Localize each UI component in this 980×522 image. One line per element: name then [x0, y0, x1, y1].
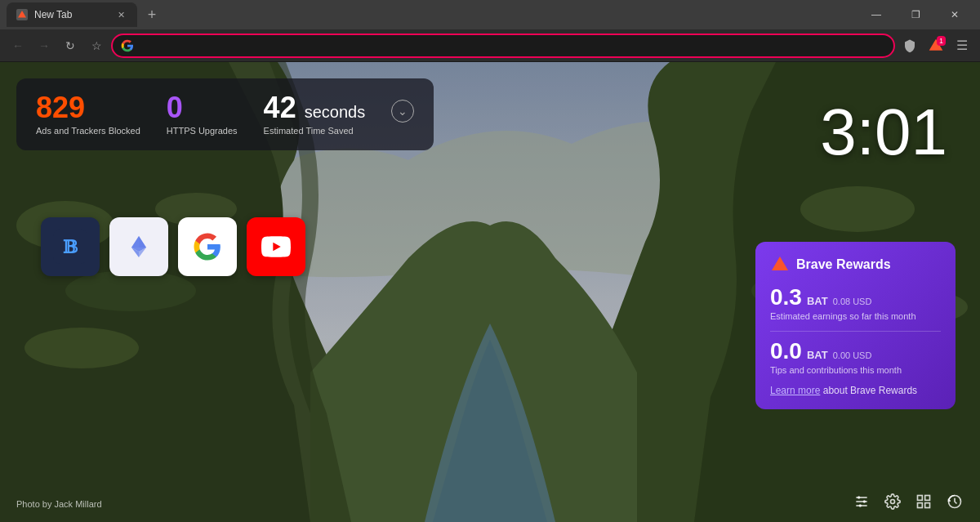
- navigation-toolbar: ← → ↻ ☆: [0, 29, 980, 62]
- back-button[interactable]: ←: [7, 34, 29, 57]
- time-saved-stat: 42 seconds Estimated Time Saved: [264, 93, 366, 136]
- tips-description: Tips and contributions this month: [770, 365, 941, 375]
- svg-text:𝔹: 𝔹: [63, 237, 78, 257]
- forward-button[interactable]: →: [33, 34, 56, 57]
- minimize-button[interactable]: —: [858, 0, 895, 29]
- svg-rect-23: [918, 496, 923, 501]
- tips-section: 0.0 BAT 0.00 USD Tips and contributions …: [770, 340, 941, 375]
- tips-bat-label: BAT: [807, 349, 828, 361]
- ads-blocked-stat: 829 Ads and Trackers Blocked: [36, 93, 140, 136]
- stats-expand-button[interactable]: ⌄: [391, 100, 414, 123]
- address-input[interactable]: [139, 39, 885, 51]
- bookmark-button[interactable]: ☆: [85, 34, 108, 57]
- shortcuts-section: 𝔹: [41, 217, 305, 276]
- settings-button[interactable]: [880, 489, 905, 514]
- https-label: HTTPS Upgrades: [167, 126, 238, 136]
- bookmarks-button[interactable]: [911, 489, 936, 514]
- learn-more-section: Learn more about Brave Rewards: [770, 385, 941, 396]
- tab-label: New Tab: [34, 9, 72, 20]
- stats-panel: 829 Ads and Trackers Blocked 0 HTTPS Upg…: [16, 78, 434, 150]
- bat-logo-icon: [770, 255, 790, 274]
- tab-favicon: [16, 9, 28, 20]
- ads-blocked-label: Ads and Trackers Blocked: [36, 126, 140, 136]
- svg-rect-25: [918, 503, 923, 508]
- earnings-description: Estimated earnings so far this month: [770, 311, 941, 321]
- earnings-usd: 0.08 USD: [833, 297, 872, 306]
- https-upgrades-stat: 0 HTTPS Upgrades: [167, 93, 238, 136]
- photo-credit: Photo by Jack Millard: [16, 499, 102, 509]
- svg-point-19: [858, 496, 860, 498]
- rewards-header: Brave Rewards: [770, 255, 941, 274]
- reload-button[interactable]: ↻: [59, 34, 82, 57]
- svg-rect-26: [925, 503, 930, 508]
- tips-value: 0.0: [770, 340, 802, 363]
- brave-rewards-card: Brave Rewards 0.3 BAT 0.08 USD Estimated…: [755, 242, 956, 409]
- brave-rewards-button[interactable]: 1: [924, 34, 947, 57]
- tips-usd: 0.00 USD: [833, 350, 872, 360]
- clock-display: 3:01: [820, 95, 947, 170]
- time-saved-label: Estimated Time Saved: [264, 126, 366, 136]
- svg-point-20: [863, 500, 866, 502]
- learn-more-link[interactable]: Learn more: [770, 385, 820, 396]
- title-bar: New Tab ✕ + — ❐ ✕: [0, 0, 980, 29]
- rewards-divider: [770, 331, 941, 332]
- learn-about-label: about Brave Rewards: [823, 385, 917, 396]
- rewards-title: Brave Rewards: [796, 257, 891, 272]
- https-value: 0: [167, 93, 238, 123]
- tab-close-button[interactable]: ✕: [114, 8, 127, 21]
- ads-blocked-value: 829: [36, 93, 140, 123]
- shortcut-ethereum[interactable]: [109, 217, 168, 276]
- earnings-amount: 0.3 BAT 0.08 USD: [770, 286, 941, 309]
- svg-point-21: [859, 504, 862, 506]
- new-tab-button[interactable]: +: [140, 3, 163, 26]
- svg-marker-15: [139, 236, 146, 248]
- brave-shield-icon[interactable]: [898, 34, 921, 57]
- maximize-button[interactable]: ❐: [897, 0, 934, 29]
- earnings-section: 0.3 BAT 0.08 USD Estimated earnings so f…: [770, 286, 941, 321]
- customize-filters-button[interactable]: [849, 489, 874, 514]
- svg-marker-14: [131, 236, 139, 248]
- earnings-bat-label: BAT: [807, 295, 828, 307]
- new-tab-page: 829 Ads and Trackers Blocked 0 HTTPS Upg…: [0, 62, 980, 522]
- toolbar-right: 1 ☰: [898, 34, 973, 57]
- earnings-value: 0.3: [770, 286, 802, 309]
- history-button[interactable]: [942, 489, 967, 514]
- active-tab[interactable]: New Tab ✕: [7, 2, 137, 27]
- address-bar[interactable]: [111, 33, 895, 58]
- svg-point-22: [891, 500, 895, 504]
- bat-notification-badge: 1: [937, 36, 946, 46]
- shortcut-brave[interactable]: 𝔹: [41, 217, 100, 276]
- browser-window: New Tab ✕ + — ❐ ✕ ← → ↻ ☆: [0, 0, 980, 522]
- shortcut-google[interactable]: [178, 217, 237, 276]
- svg-rect-24: [925, 496, 930, 501]
- time-saved-value: 42 seconds: [264, 93, 366, 123]
- shortcut-youtube[interactable]: [247, 217, 305, 276]
- bottom-toolbar: [849, 489, 967, 514]
- browser-menu-button[interactable]: ☰: [951, 34, 973, 57]
- tips-amount: 0.0 BAT 0.00 USD: [770, 340, 941, 363]
- close-button[interactable]: ✕: [936, 0, 973, 29]
- google-search-icon: [121, 39, 134, 52]
- window-controls: — ❐ ✕: [858, 0, 973, 29]
